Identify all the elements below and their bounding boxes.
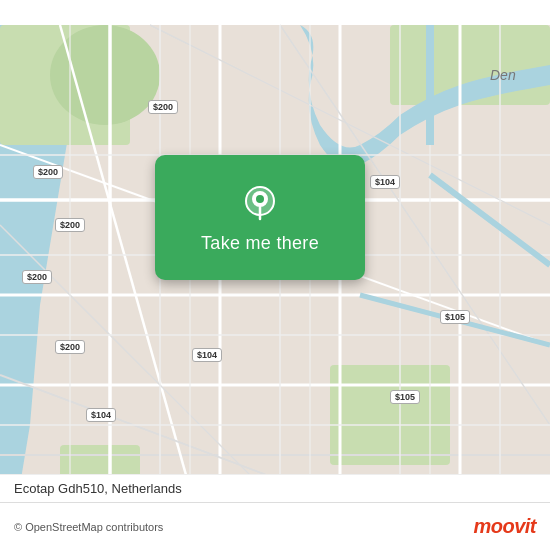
road-badge-s104-2: $104: [192, 348, 222, 362]
road-badge-s200-3: $200: [22, 270, 52, 284]
svg-point-40: [256, 195, 264, 203]
road-badge-s200-1: $200: [33, 165, 63, 179]
svg-rect-4: [330, 365, 450, 465]
location-pin-icon: [238, 181, 282, 225]
take-me-there-button[interactable]: Take me there: [155, 155, 365, 280]
road-badge-s105-2: $105: [390, 390, 420, 404]
location-country-text: Netherlands: [112, 481, 182, 496]
road-badge-s200-5: $200: [148, 100, 178, 114]
location-name-bar: Ecotap Gdh510, Netherlands: [0, 474, 550, 502]
moovit-logo-text: moovit: [473, 515, 536, 538]
svg-text:Den: Den: [490, 67, 516, 83]
location-name-text: Ecotap Gdh510,: [14, 481, 108, 496]
map-attribution: © OpenStreetMap contributors: [14, 521, 163, 533]
road-badge-s104-3: $104: [86, 408, 116, 422]
bottom-bar: © OpenStreetMap contributors moovit: [0, 502, 550, 550]
road-badge-s105-1: $105: [440, 310, 470, 324]
road-badge-s104-1: $104: [370, 175, 400, 189]
map-container: Den $200 $200 $200 $200 $200 $104 $104 $…: [0, 0, 550, 550]
take-me-there-label: Take me there: [201, 233, 319, 254]
road-badge-s200-4: $200: [55, 340, 85, 354]
moovit-logo: moovit: [473, 515, 536, 538]
svg-point-6: [50, 25, 160, 125]
road-badge-s200-2: $200: [55, 218, 85, 232]
